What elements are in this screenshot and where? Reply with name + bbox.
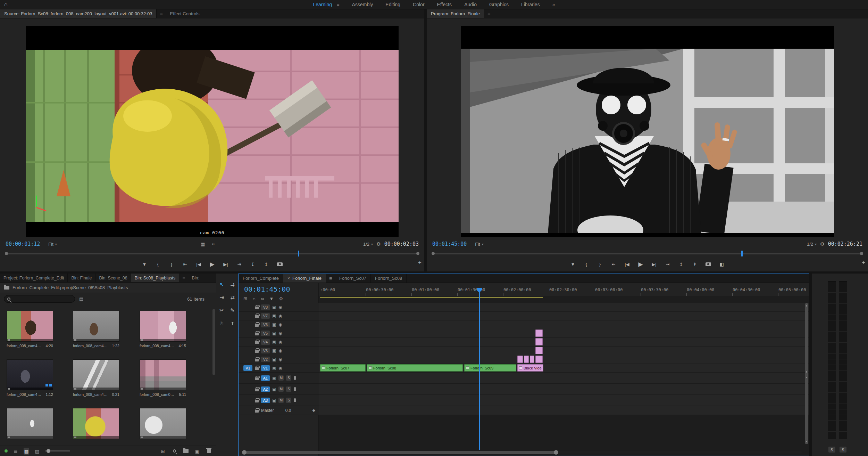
zoom-handle-right[interactable] [554,450,558,455]
type-tool[interactable]: T [228,319,237,327]
razor-tool[interactable]: ✂ [217,306,226,315]
track-content[interactable] [319,320,809,329]
tab-bin-truncated[interactable]: Bin: [188,274,203,282]
tab-source-monitor[interactable]: Source: Forlorn_Sc08: forlorn_008_cam200… [0,9,157,18]
panel-menu-icon[interactable]: ≡ [484,9,493,18]
track-label[interactable]: A2 [261,386,270,392]
track-content[interactable] [319,338,809,347]
tab-sequence-forlorn-complete[interactable]: Forlorn_Complete [239,274,283,283]
export-frame-button[interactable] [703,259,714,269]
timeline-settings-icon[interactable]: ⚙ [279,296,283,301]
settings-icon[interactable]: ⚙ [820,241,825,247]
voiceover-mic-icon[interactable] [294,398,296,402]
voiceover-mic-icon[interactable] [294,376,296,380]
lock-icon[interactable] [255,377,259,380]
clip-thumbnail[interactable] [73,408,119,439]
go-to-in-button[interactable]: ⇤ [180,259,191,269]
source-fit-dropdown[interactable]: Fit▾ [48,242,57,247]
keyframe-nav-icon[interactable]: ◆ [312,408,315,413]
eye-icon[interactable]: ◉ [278,340,282,344]
project-clip[interactable]: forlorn_008_cam410_layou...4:20 [7,311,53,348]
eye-icon[interactable]: ◉ [278,305,282,310]
add-marker-button[interactable]: ▼ [567,259,578,269]
ripple-edit-tool[interactable]: ⇥ [217,293,226,302]
timeline-timecode[interactable]: 00:01:45:00 [244,285,290,293]
project-clip[interactable]: forlorn_008_cam440_layou...1:12 [7,359,53,397]
track-label[interactable]: A1 [261,375,270,381]
new-bin-button[interactable] [183,448,189,455]
timeline-clip[interactable] [517,356,523,363]
lock-icon[interactable] [255,341,259,344]
track-label[interactable]: A3 [261,398,270,403]
sync-lock-icon[interactable]: ▣ [272,314,276,318]
clip-thumbnail[interactable] [73,359,119,390]
timeline-hscrollbar[interactable] [239,450,809,455]
timeline-clip[interactable]: Black Vide [517,364,543,372]
find-button[interactable] [172,448,177,455]
tab-bin-scene08[interactable]: Bin: Scene_08 [95,274,131,282]
workspace-tab-assembly[interactable]: Assembly [352,2,373,7]
track-label[interactable]: V3 [261,348,270,353]
mark-out-button[interactable]: } [594,259,606,269]
project-clip[interactable] [140,408,186,439]
mark-in-button[interactable]: { [152,259,164,269]
clip-thumbnail[interactable] [7,408,53,439]
tab-program-monitor[interactable]: Program: Forlorn_Finale [427,9,484,18]
step-back-button[interactable]: |◀ [193,259,204,269]
panel-menu-icon[interactable]: ≡ [326,274,335,283]
track-content[interactable] [319,384,809,395]
timeline-clip[interactable] [535,338,543,345]
workspace-tab-audio[interactable]: Audio [464,2,477,7]
source-timecode[interactable]: 00:00:01:12 [6,241,40,247]
nest-toggle-icon[interactable]: ⊞ [243,296,247,301]
step-back-button[interactable]: |◀ [621,259,633,269]
freeform-view-button[interactable]: ▤ [34,448,40,455]
tab-sequence-forlorn-finale[interactable]: × Forlorn_Finale [283,274,326,283]
voiceover-mic-icon[interactable] [294,387,296,391]
extract-button[interactable]: ⇞ [689,259,700,269]
workspace-overflow-icon[interactable]: » [552,2,555,7]
mark-out-button[interactable]: } [166,259,177,269]
eye-icon[interactable]: ◉ [278,357,282,362]
source-resolution-dropdown[interactable]: 1/2▾ [363,242,373,247]
go-to-out-button[interactable]: ⇥ [234,259,245,269]
project-clip[interactable]: forlorn_008_cam010_layou...5:11 [140,359,186,397]
eye-icon[interactable]: ◉ [278,331,282,336]
settings-icon[interactable]: ⚙ [376,241,381,247]
track-content[interactable] [319,303,809,312]
timeline-clip[interactable]: Forlorn_Sc08 [367,364,463,372]
button-editor-icon[interactable]: + [862,259,865,266]
lock-icon[interactable] [255,307,259,309]
pen-tool[interactable]: ✎ [228,306,237,315]
program-scrubber[interactable] [432,250,862,257]
track-label[interactable]: V8 [261,304,270,310]
solo-button[interactable]: S [286,398,291,403]
list-view-button[interactable]: ≣ [13,448,18,455]
lock-icon[interactable] [255,315,259,318]
clip-thumbnail[interactable] [140,359,186,390]
sync-lock-icon[interactable]: ▣ [272,348,276,353]
solo-button[interactable]: S [286,386,291,392]
sync-lock-icon[interactable]: ▣ [272,305,276,310]
play-button[interactable]: ▶ [635,259,646,269]
timeline-clip[interactable] [530,356,534,363]
track-content[interactable] [319,395,809,406]
step-forward-button[interactable]: ▶| [220,259,231,269]
sync-lock-icon[interactable]: ▣ [272,376,276,381]
track-select-tool[interactable]: ⇉ [228,280,237,289]
workspace-tab-libraries[interactable]: Libraries [521,2,540,7]
lock-icon[interactable] [255,367,259,370]
breadcrumb[interactable]: Forlorn_Complete_Edit.prproj\Scene_08\Sc… [0,283,216,293]
playhead[interactable] [479,292,480,450]
export-frame-button[interactable] [274,259,285,269]
timeline-vscrollbar[interactable] [805,303,808,444]
lock-icon[interactable] [255,359,259,361]
sync-lock-icon[interactable]: ▣ [272,340,276,344]
mark-in-button[interactable]: { [581,259,592,269]
track-content[interactable] [319,406,809,415]
clip-thumbnail[interactable] [73,311,119,342]
program-video-frame[interactable] [461,26,834,237]
sync-lock-icon[interactable]: ▣ [272,357,276,362]
lock-icon[interactable] [255,333,259,335]
sync-lock-icon[interactable]: ▣ [272,398,276,403]
